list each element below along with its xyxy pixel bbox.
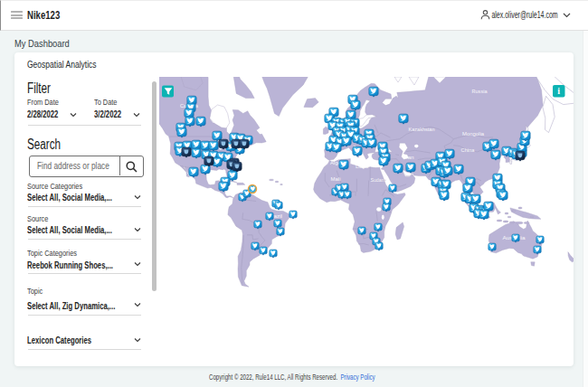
svg-text:Libya: Libya — [356, 163, 369, 169]
svg-text:Russia: Russia — [472, 88, 488, 94]
svg-text:Sudan: Sudan — [371, 176, 384, 183]
svg-text:Kazakhstan: Kazakhstan — [409, 126, 435, 132]
svg-text:Iran: Iran — [404, 154, 415, 160]
svg-text:Mongolia: Mongolia — [462, 130, 485, 137]
svg-text:China: China — [461, 146, 476, 153]
svg-text:i: i — [557, 86, 560, 96]
svg-text:Mali: Mali — [331, 175, 341, 182]
